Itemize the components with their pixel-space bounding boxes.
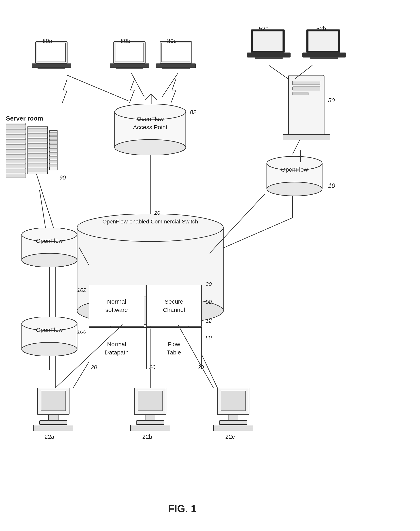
desktop-22b — [128, 388, 172, 432]
svg-rect-21 — [110, 64, 149, 68]
label-20-ap: 20 — [154, 210, 160, 216]
switch-divider-v — [146, 285, 148, 369]
svg-line-82 — [295, 65, 312, 79]
svg-rect-102 — [40, 420, 67, 424]
svg-point-64 — [115, 140, 186, 155]
svg-rect-31 — [6, 140, 26, 143]
svg-rect-56 — [49, 156, 57, 159]
label-80c: 80c — [167, 38, 177, 44]
svg-rect-58 — [49, 164, 57, 167]
server-room-label: Server room — [6, 115, 43, 122]
svg-rect-70 — [308, 31, 338, 51]
laptop-52b — [302, 28, 346, 65]
svg-rect-53 — [49, 145, 57, 147]
label-80b: 80b — [120, 38, 130, 44]
laptop-80c — [156, 40, 196, 75]
svg-rect-54 — [49, 148, 57, 151]
svg-rect-57 — [49, 160, 57, 163]
svg-rect-20 — [115, 43, 144, 62]
svg-rect-107 — [138, 391, 163, 411]
svg-point-80 — [267, 182, 322, 196]
cylinder-openflow-left-upper — [20, 228, 79, 267]
label-22b: 22b — [142, 434, 152, 440]
svg-rect-33 — [6, 149, 26, 153]
switch-divider — [89, 327, 202, 329]
label-60: 60 — [206, 335, 212, 341]
svg-rect-30 — [6, 135, 26, 138]
svg-rect-40 — [28, 129, 47, 132]
svg-rect-44 — [28, 148, 47, 152]
svg-rect-76 — [293, 92, 308, 95]
svg-line-81 — [269, 65, 288, 79]
svg-rect-25 — [156, 64, 196, 68]
svg-rect-66 — [253, 31, 283, 51]
svg-rect-77 — [283, 135, 330, 140]
svg-rect-24 — [162, 43, 190, 62]
svg-line-60 — [145, 94, 151, 100]
label-52a: 52a — [259, 25, 269, 32]
label-52b: 52b — [316, 25, 326, 32]
label-102: 102 — [77, 287, 86, 293]
lightning-80a — [58, 79, 74, 103]
svg-rect-37 — [6, 169, 26, 173]
svg-line-6 — [215, 218, 293, 251]
svg-rect-43 — [28, 144, 47, 147]
svg-rect-114 — [221, 391, 245, 411]
openflow-left-upper-label: OpenFlow — [26, 238, 73, 244]
svg-rect-116 — [219, 420, 247, 424]
label-30: 30 — [206, 281, 212, 287]
svg-rect-108 — [145, 415, 155, 420]
svg-rect-50 — [49, 133, 57, 135]
svg-line-0 — [67, 75, 128, 101]
label-82: 82 — [190, 109, 196, 116]
svg-rect-110 — [130, 425, 170, 431]
server-racks — [4, 123, 59, 190]
label-80a: 80a — [43, 38, 52, 44]
svg-rect-26 — [162, 68, 190, 69]
svg-rect-32 — [6, 145, 26, 148]
label-10: 10 — [328, 182, 335, 189]
label-12: 12 — [206, 318, 212, 324]
label-90b: 90 — [206, 299, 212, 305]
svg-rect-100 — [41, 391, 66, 411]
svg-rect-36 — [6, 164, 26, 168]
svg-rect-41 — [28, 134, 47, 137]
svg-rect-51 — [49, 137, 57, 139]
normal-software-box: Normal software — [89, 285, 144, 327]
laptop-80b — [110, 40, 149, 75]
openflow-left-lower-label: OpenFlow — [26, 327, 73, 333]
svg-rect-28 — [6, 125, 26, 128]
svg-line-97 — [40, 190, 45, 228]
svg-rect-45 — [28, 153, 47, 157]
antenna — [140, 90, 162, 106]
label-50: 50 — [328, 97, 335, 104]
svg-rect-75 — [293, 87, 320, 90]
svg-rect-109 — [136, 420, 164, 424]
svg-point-94 — [22, 342, 77, 356]
laptop-52a — [247, 28, 291, 65]
svg-rect-34 — [6, 154, 26, 158]
svg-rect-101 — [48, 415, 58, 420]
svg-rect-72 — [310, 57, 338, 59]
svg-rect-117 — [213, 425, 253, 431]
flow-table-box: Flow Table — [146, 328, 202, 369]
svg-rect-42 — [28, 139, 47, 142]
cylinder-openflow-left-lower — [20, 317, 79, 356]
fig-label: FIG. 1 — [168, 503, 196, 515]
svg-rect-52 — [49, 141, 57, 143]
svg-rect-29 — [6, 130, 26, 133]
svg-rect-16 — [37, 43, 66, 62]
desktop-50 — [283, 75, 330, 150]
label-20-22a: 20 — [91, 364, 97, 370]
svg-rect-68 — [255, 57, 283, 59]
switch-label: OpenFlow-enabled Commercial Switch — [83, 218, 217, 225]
laptop-80a — [32, 40, 71, 75]
svg-rect-55 — [49, 152, 57, 155]
openflow-right-label: OpenFlow — [271, 166, 318, 173]
label-22c: 22c — [225, 434, 235, 440]
lightning-80b — [125, 79, 141, 103]
label-22a: 22a — [45, 434, 54, 440]
svg-rect-74 — [293, 81, 320, 85]
svg-rect-48 — [28, 168, 47, 172]
cylinder-openflow-right — [265, 156, 324, 196]
